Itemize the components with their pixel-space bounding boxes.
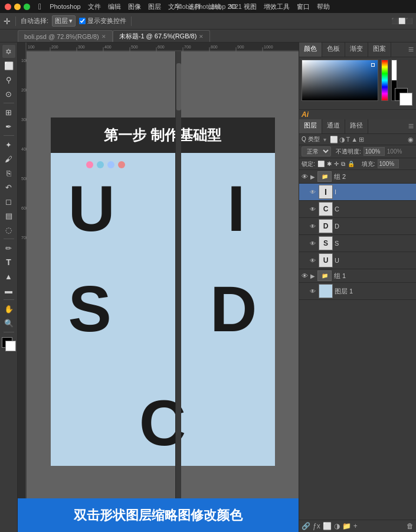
layer-I[interactable]: 👁 I I	[299, 184, 416, 201]
crop-tool[interactable]: ⊞	[2, 106, 15, 119]
layer-S-thumb[interactable]: S	[319, 236, 333, 250]
menu-plugins[interactable]: 增效工具	[264, 2, 290, 11]
layer-I-thumb[interactable]: I	[319, 185, 333, 199]
tab-swatches[interactable]: 色板	[322, 43, 345, 57]
type-tool[interactable]: T	[2, 256, 15, 269]
hand-tool[interactable]: ✋	[2, 302, 15, 315]
shape-tool[interactable]: ▬	[2, 284, 15, 297]
panel-menu-icon[interactable]: ≡	[406, 43, 416, 57]
tab-layers[interactable]: 图层	[299, 119, 322, 133]
filter-smart-icon[interactable]: ⊞	[359, 136, 364, 143]
tab-gradient[interactable]: 渐变	[345, 43, 368, 57]
group-eye-icon[interactable]: 👁	[302, 173, 308, 180]
tab-pattern[interactable]: 图案	[368, 43, 391, 57]
menu-file[interactable]: 文件	[88, 2, 101, 11]
menu-layer[interactable]: 图层	[148, 2, 161, 11]
color-picker[interactable]	[302, 60, 414, 107]
add-mask-icon[interactable]: ⬜	[323, 522, 332, 530]
tab-untitled[interactable]: 未标题-1 @ 67.5%(RGB/8) ✕	[113, 30, 211, 42]
color-gradient-square[interactable]	[302, 60, 378, 101]
layer-1-eye[interactable]: 👁	[309, 287, 317, 295]
filter-pixel-icon[interactable]: ⬜	[330, 136, 338, 143]
gradient-tool[interactable]: ▤	[2, 209, 15, 222]
background-color-swatch[interactable]	[5, 341, 16, 351]
marquee-tool[interactable]: ⬜	[2, 59, 15, 72]
fg-bg-colors[interactable]	[395, 88, 412, 106]
add-group-icon[interactable]: 📁	[342, 522, 351, 530]
layer-group-2[interactable]: 👁 ▶ 📁 组 2	[299, 170, 416, 184]
add-link-icon[interactable]: 🔗	[302, 522, 310, 530]
blend-mode-select[interactable]: 正常	[302, 146, 331, 156]
foreground-background-colors[interactable]	[2, 337, 16, 351]
history-brush-tool[interactable]: ↶	[2, 181, 15, 194]
lock-all-icon[interactable]: 🔒	[348, 161, 355, 167]
menu-window[interactable]: 窗口	[297, 2, 310, 11]
lock-paint-icon[interactable]: ✱	[327, 161, 332, 167]
tab-color[interactable]: 颜色	[299, 43, 322, 57]
menu-image[interactable]: 图像	[128, 2, 141, 11]
layer-S-eye[interactable]: 👁	[309, 239, 317, 247]
move-tool[interactable]: ✡	[2, 45, 15, 58]
fill-input[interactable]	[378, 159, 399, 168]
brush-tool[interactable]: 🖌	[2, 152, 15, 165]
white-swatch[interactable]	[392, 60, 397, 80]
layer-C[interactable]: 👁 C C	[299, 201, 416, 218]
clone-stamp-tool[interactable]: ⎘	[2, 167, 15, 179]
healing-brush-tool[interactable]: ✦	[2, 138, 15, 151]
layer-U[interactable]: 👁 U U	[299, 252, 416, 269]
group1-eye-icon[interactable]: 👁	[302, 272, 308, 279]
path-selection-tool[interactable]: ▲	[2, 270, 15, 283]
layer-D-eye[interactable]: 👁	[309, 222, 317, 230]
tab-boli-close[interactable]: ✕	[101, 34, 106, 40]
show-transform-checkbox[interactable]: 显示变换控件	[79, 17, 126, 25]
tab-paths[interactable]: 路径	[345, 119, 368, 133]
filter-shape-icon[interactable]: ▲	[351, 136, 358, 143]
pen-tool[interactable]: ✏	[2, 241, 15, 254]
tab-untitled-close[interactable]: ✕	[199, 34, 204, 40]
tab-channels[interactable]: 通道	[322, 119, 345, 133]
filter-toggle[interactable]: ◉	[408, 136, 414, 143]
layers-menu-icon[interactable]: ≡	[406, 119, 416, 133]
layer-I-eye[interactable]: 👁	[309, 188, 317, 196]
background-color[interactable]	[399, 93, 412, 106]
lock-transparent-icon[interactable]: ⬜	[317, 161, 325, 167]
maximize-button[interactable]	[24, 4, 30, 10]
layer-D-thumb[interactable]: D	[319, 219, 333, 233]
layer-C-thumb[interactable]: C	[319, 202, 333, 216]
transform-checkbox-input[interactable]	[79, 18, 86, 24]
layer-1[interactable]: 👁 图层 1	[299, 283, 416, 300]
menu-photoshop[interactable]: Photoshop	[50, 3, 81, 10]
layer-U-eye[interactable]: 👁	[309, 256, 317, 265]
move-tool-icon[interactable]: ✛	[4, 17, 11, 26]
menu-view[interactable]: 视图	[244, 2, 257, 11]
scrollbar-thumb[interactable]	[176, 63, 181, 110]
quick-select-tool[interactable]: ⊙	[2, 87, 15, 100]
layer-U-thumb[interactable]: U	[319, 253, 333, 267]
delete-layer-icon[interactable]: 🗑	[407, 522, 414, 530]
menu-help[interactable]: 帮助	[317, 2, 330, 11]
zoom-tool[interactable]: 🔍	[2, 316, 15, 329]
group-expand-icon[interactable]: ▶	[310, 174, 315, 180]
layer-type-dropdown[interactable]: 图层 ▾	[52, 15, 76, 27]
add-layer-icon[interactable]: +	[353, 522, 358, 530]
opacity-input[interactable]	[363, 147, 385, 156]
filter-adjust-icon[interactable]: ◑	[339, 136, 345, 143]
close-button[interactable]	[5, 4, 11, 10]
color-spectrum-bar[interactable]	[381, 60, 388, 101]
layer-group-1[interactable]: 👁 ▶ 📁 组 1	[299, 269, 416, 283]
eraser-tool[interactable]: ◻	[2, 195, 15, 208]
blur-tool[interactable]: ◌	[2, 223, 15, 236]
layer-D[interactable]: 👁 D D	[299, 218, 416, 235]
menu-edit[interactable]: 编辑	[108, 2, 121, 11]
minimize-button[interactable]	[14, 4, 21, 10]
add-adjustment-icon[interactable]: ◑	[334, 522, 340, 530]
add-fx-icon[interactable]: ƒx	[313, 522, 320, 530]
eyedropper-tool[interactable]: ✒	[2, 120, 15, 133]
layer-S[interactable]: 👁 S S	[299, 235, 416, 252]
lock-position-icon[interactable]: ✛	[334, 161, 339, 167]
filter-type-icon[interactable]: T	[346, 136, 351, 143]
lasso-tool[interactable]: ⚲	[2, 73, 15, 86]
tab-boli[interactable]: boli.psd @ 72.8%(RGB/8) ✕	[18, 30, 113, 42]
group1-expand-icon[interactable]: ▶	[310, 273, 315, 279]
distribute-icon[interactable]: ⬛⬜⬛	[391, 18, 412, 24]
